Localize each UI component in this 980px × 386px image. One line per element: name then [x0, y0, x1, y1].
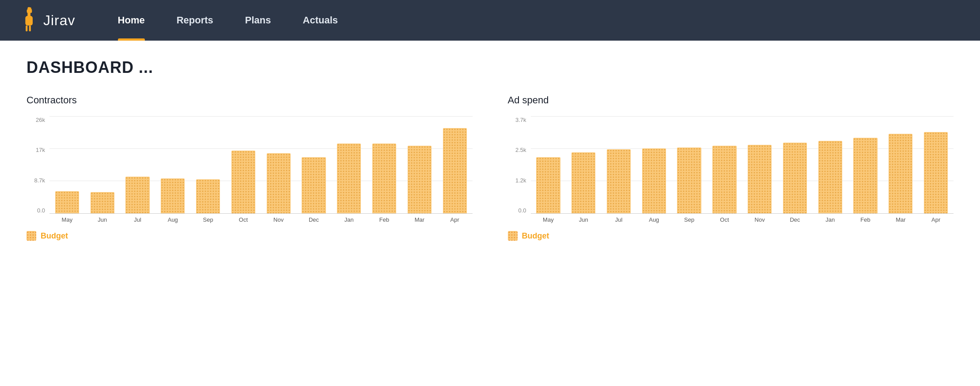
adspend-chart-wrap: 0.0 1.2k 2.5k 3.7k MayJunJulAugSepOctNov… [508, 117, 954, 223]
y-label: 2.5k [508, 147, 529, 153]
y-label: 26k [26, 117, 48, 123]
x-axis-label: Apr [437, 216, 473, 223]
x-axis-label: Jan [331, 216, 367, 223]
x-axis-label: May [531, 216, 566, 223]
contractors-bars [49, 117, 473, 213]
bar-column [367, 117, 402, 213]
x-axis-label: Feb [367, 216, 402, 223]
legend-swatch [26, 231, 36, 241]
adspend-chart: Ad spend 0.0 1.2k 2.5k 3.7k MayJunJulAug… [508, 95, 954, 241]
bar-column [331, 117, 367, 213]
adspend-bars [531, 117, 954, 213]
contractors-legend: Budget [26, 231, 473, 241]
adspend-legend-label: Budget [522, 231, 549, 241]
svg-rect-1 [27, 9, 32, 13]
bar [818, 141, 842, 213]
x-axis-label: Apr [918, 216, 954, 223]
bar-column [261, 117, 296, 213]
contractors-chart-title: Contractors [26, 95, 473, 106]
bar [536, 157, 560, 213]
bar-column [636, 117, 672, 213]
x-axis-label: Mar [402, 216, 437, 223]
bar-column [813, 117, 848, 213]
x-axis-label: May [49, 216, 85, 223]
nav-home[interactable]: Home [102, 0, 161, 41]
main-nav: Jirav Home Reports Plans Actuals [0, 0, 980, 41]
y-label: 17k [26, 147, 48, 153]
contractors-y-axis: 0.0 8.7k 17k 26k [26, 117, 48, 214]
legend-swatch [508, 231, 518, 241]
adspend-legend: Budget [508, 231, 954, 241]
y-label: 3.7k [508, 117, 529, 123]
bar-column [85, 117, 120, 213]
x-axis-label: Jun [85, 216, 120, 223]
nav-links: Home Reports Plans Actuals [102, 0, 354, 41]
bar-column [918, 117, 954, 213]
y-label: 0.0 [26, 207, 48, 214]
bar [55, 191, 79, 213]
adspend-bar-inner: MayJunJulAugSepOctNovDecJanFebMarApr [531, 117, 954, 223]
bar [889, 134, 912, 213]
adspend-y-axis: 0.0 1.2k 2.5k 3.7k [508, 117, 529, 214]
bar [91, 192, 114, 213]
bar-column [531, 117, 566, 213]
bar [125, 177, 149, 213]
svg-point-6 [31, 8, 32, 9]
bar-column [190, 117, 226, 213]
bar [712, 146, 736, 213]
bar-column [155, 117, 190, 213]
bar [924, 132, 948, 213]
bar [677, 148, 701, 213]
bar-column [120, 117, 155, 213]
bar [231, 151, 255, 213]
bar-column [49, 117, 85, 213]
bar [443, 128, 467, 213]
x-axis-label: Nov [742, 216, 777, 223]
bar [161, 178, 185, 213]
x-axis-label: Dec [296, 216, 332, 223]
bar [642, 148, 666, 213]
x-axis-label: Oct [707, 216, 742, 223]
bar-column [402, 117, 437, 213]
logo[interactable]: Jirav [18, 7, 76, 34]
bar [337, 144, 361, 213]
charts-row: Contractors 0.0 8.7k 17k 26k MayJunJulAu… [26, 95, 954, 241]
x-axis-label: Jul [120, 216, 155, 223]
bar-column [707, 117, 742, 213]
contractors-x-labels: MayJunJulAugSepOctNovDecJanFebMarApr [49, 216, 473, 223]
bar-column [296, 117, 332, 213]
bar [783, 143, 807, 213]
bar-column [672, 117, 707, 213]
svg-rect-5 [29, 26, 31, 31]
x-axis-label: Dec [777, 216, 813, 223]
x-axis-label: Jun [566, 216, 601, 223]
logo-text: Jirav [43, 12, 76, 29]
x-axis-label: Mar [883, 216, 918, 223]
giraffe-logo-icon [18, 7, 39, 34]
main-content: DASHBOARD ... Contractors 0.0 8.7k 17k 2… [0, 41, 980, 386]
bar [748, 145, 772, 213]
bar [571, 152, 595, 213]
nav-reports[interactable]: Reports [161, 0, 229, 41]
svg-rect-3 [25, 16, 33, 26]
bar [607, 149, 631, 213]
bar-column [883, 117, 918, 213]
bar-column [742, 117, 777, 213]
x-axis-label: Sep [672, 216, 707, 223]
x-axis-label: Oct [226, 216, 261, 223]
y-label: 1.2k [508, 177, 529, 184]
bar [372, 144, 396, 213]
x-axis-label: Jul [601, 216, 636, 223]
x-axis-label: Jan [813, 216, 848, 223]
bar-column [848, 117, 883, 213]
y-label: 0.0 [508, 207, 529, 214]
contractors-bars-grid [49, 117, 473, 214]
nav-actuals[interactable]: Actuals [287, 0, 354, 41]
page-title: DASHBOARD ... [26, 58, 954, 77]
bar [267, 153, 291, 213]
x-axis-label: Nov [261, 216, 296, 223]
bar [302, 157, 325, 213]
nav-plans[interactable]: Plans [229, 0, 287, 41]
contractors-chart: Contractors 0.0 8.7k 17k 26k MayJunJulAu… [26, 95, 473, 241]
x-axis-label: Aug [636, 216, 672, 223]
